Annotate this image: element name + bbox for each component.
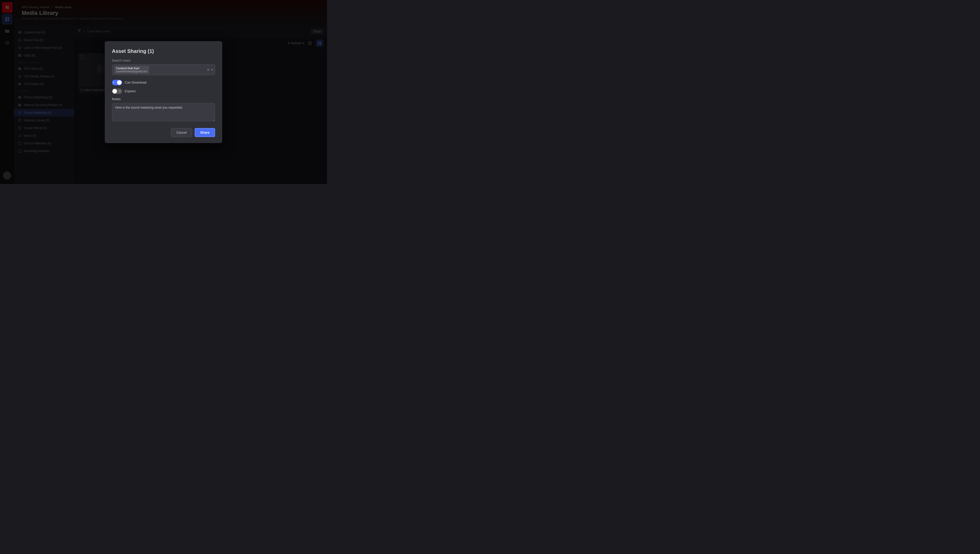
expires-toggle[interactable]: O: [112, 88, 122, 94]
user-tag-email: contenthubkarl@gmail.com: [116, 70, 147, 73]
user-search-input[interactable]: [151, 68, 205, 72]
modal-title: Asset Sharing (1): [112, 48, 215, 54]
user-search-container[interactable]: Content Hub Karl contenthubkarl@gmail.co…: [112, 64, 215, 75]
user-tag: Content Hub Karl contenthubkarl@gmail.co…: [114, 66, 149, 74]
notes-textarea[interactable]: Here is the sound mastering asset you re…: [112, 103, 215, 121]
clear-user-icon[interactable]: ✕: [207, 68, 210, 72]
modal-footer: Cancel Share: [112, 128, 215, 137]
user-tag-name: Content Hub Karl: [116, 67, 147, 70]
search-users-label: Search Users: [112, 59, 215, 62]
user-dropdown-arrow-icon[interactable]: ▾: [211, 68, 213, 72]
expires-row: O Expires: [112, 88, 215, 94]
modal-overlay: Asset Sharing (1) Search Users Content H…: [0, 0, 327, 184]
expires-label: Expires: [125, 89, 136, 93]
asset-sharing-modal: Asset Sharing (1) Search Users Content H…: [105, 41, 222, 143]
notes-label: Notes: [112, 97, 215, 101]
toggle-knob-expires: [112, 89, 117, 94]
can-download-toggle[interactable]: I: [112, 80, 122, 85]
share-button[interactable]: Share: [195, 128, 215, 137]
can-download-row: I Can Download: [112, 80, 215, 85]
cancel-button[interactable]: Cancel: [171, 128, 192, 137]
can-download-label: Can Download: [125, 81, 146, 84]
toggle-knob-download: [117, 80, 122, 85]
